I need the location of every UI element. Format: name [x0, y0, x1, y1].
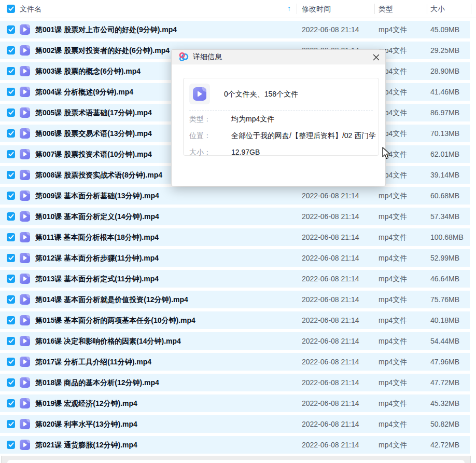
file-row[interactable]: 第019课 宏观经济(12分钟).mp4 2022-06-08 21:14 mp…	[0, 394, 470, 412]
file-size: 57.34MB	[430, 208, 459, 225]
file-name[interactable]: 第018课 商品的基本分析(12分钟).mp4	[35, 374, 159, 391]
file-name[interactable]: 第019课 宏观经济(12分钟).mp4	[35, 394, 137, 412]
row-checkbox[interactable]	[7, 25, 15, 34]
file-row[interactable]: 第001课 股票对上市公司的好处(9分钟).mp4 2022-06-08 21:…	[0, 21, 470, 38]
file-name[interactable]: 第011课 基本面分析根本(18分钟).mp4	[35, 228, 159, 246]
file-row[interactable]: 第018课 商品的基本分析(12分钟).mp4 2022-06-08 21:14…	[0, 374, 470, 391]
file-name[interactable]: 第013课 基本面分析定式(11分钟).mp4	[35, 270, 159, 288]
row-checkbox[interactable]	[7, 67, 15, 75]
file-row[interactable]: 第010课 基本面分析定义(14分钟).mp4 2022-06-08 21:14…	[0, 208, 470, 225]
column-divider	[297, 4, 297, 14]
check-icon	[8, 255, 14, 261]
file-name[interactable]: 第007课 股票投资术语(10分钟).mp4	[35, 145, 152, 163]
row-checkbox[interactable]	[7, 192, 15, 200]
file-row[interactable]: 第020课 利率水平(13分钟).mp4 2022-06-08 21:14 mp…	[0, 415, 470, 433]
file-size: 29.25MB	[430, 42, 459, 59]
row-checkbox[interactable]	[7, 295, 15, 304]
file-name[interactable]: 第015课 基本面分析的两项基本任务(10分钟).mp4	[35, 311, 195, 329]
row-checkbox[interactable]	[7, 212, 15, 221]
file-name[interactable]: 第021课 通货膨胀(12分钟).mp4	[35, 436, 137, 454]
column-header-size[interactable]: 大小	[430, 0, 445, 18]
dialog-header[interactable]: 详细信息	[172, 50, 385, 64]
video-file-icon	[20, 24, 30, 35]
row-checkbox[interactable]	[7, 254, 15, 262]
file-name[interactable]: 第004课 分析概述(9分钟).mp4	[35, 83, 133, 101]
file-size: 45.32MB	[430, 394, 459, 412]
file-type: mp4文件	[379, 374, 407, 391]
file-row[interactable]: 第015课 基本面分析的两项基本任务(10分钟).mp4 2022-06-08 …	[0, 311, 470, 329]
sort-ascending-icon[interactable]: ↑	[287, 0, 291, 18]
row-checkbox[interactable]	[7, 108, 15, 117]
file-name[interactable]: 第017课 分析工具介绍(11分钟).mp4	[35, 353, 151, 371]
row-checkbox[interactable]	[7, 233, 15, 241]
file-row[interactable]: 第009课 基本面分析基础(13分钟).mp4 2022-06-08 21:14…	[0, 187, 470, 205]
file-row[interactable]: 第016课 决定和影响价格的因素(14分钟).mp4 2022-06-08 21…	[0, 332, 470, 350]
close-button[interactable]	[370, 51, 382, 63]
row-checkbox[interactable]	[7, 129, 15, 138]
file-row[interactable]: 第021课 通货膨胀(12分钟).mp4 2022-06-08 21:14 mp…	[0, 436, 470, 454]
file-size: 75.76MB	[430, 291, 459, 308]
check-icon	[8, 69, 14, 74]
folded-corner	[26, 274, 30, 277]
row-checkbox[interactable]	[7, 337, 15, 345]
close-icon	[373, 54, 380, 61]
file-name[interactable]: 第014课 基本面分析就是价值投资(12分钟).mp4	[35, 291, 188, 308]
row-checkbox[interactable]	[7, 88, 15, 96]
video-file-icon	[20, 274, 30, 284]
row-checkbox[interactable]	[7, 420, 15, 428]
folded-corner	[26, 294, 30, 298]
file-name[interactable]: 第001课 股票对上市公司的好处(9分钟).mp4	[35, 21, 177, 38]
play-icon	[23, 255, 27, 261]
select-all-checkbox[interactable]	[7, 5, 15, 13]
file-type: mp4文件	[379, 415, 407, 433]
field-label: 类型：	[189, 114, 211, 124]
file-row[interactable]: 第014课 基本面分析就是价值投资(12分钟).mp4 2022-06-08 2…	[0, 291, 470, 308]
file-name[interactable]: 第006课 股票交易术语(13分钟).mp4	[35, 125, 152, 142]
play-icon	[23, 401, 27, 406]
file-size: 62.01MB	[430, 145, 459, 163]
details-dialog: 详细信息 0个文件夹、158个文件 类型： 均为mp4文	[171, 49, 386, 186]
folded-corner	[26, 419, 30, 423]
video-file-icon	[20, 87, 30, 97]
file-name[interactable]: 第012课 基本面分析步骤(11分钟).mp4	[35, 249, 159, 267]
video-file-icon	[20, 128, 30, 139]
play-icon	[23, 421, 27, 427]
play-icon	[198, 91, 202, 97]
file-size: 45.09MB	[430, 21, 459, 38]
file-name[interactable]: 第002课 股票对投资者的好处(6分钟).mp4	[35, 42, 170, 59]
file-name[interactable]: 第020课 利率水平(13分钟).mp4	[35, 415, 137, 433]
file-row[interactable]: 第013课 基本面分析定式(11分钟).mp4 2022-06-08 21:14…	[0, 270, 470, 288]
file-row[interactable]: 第017课 分析工具介绍(11分钟).mp4 2022-06-08 21:14 …	[0, 353, 470, 371]
folded-corner	[26, 66, 30, 70]
row-checkbox[interactable]	[7, 46, 15, 55]
file-name[interactable]: 第010课 基本面分析定义(14分钟).mp4	[35, 208, 159, 225]
row-checkbox[interactable]	[7, 275, 15, 283]
file-row[interactable]: 第011课 基本面分析根本(18分钟).mp4 2022-06-08 21:14…	[0, 228, 470, 246]
file-name[interactable]: 第008课 股票投资实战术语(8分钟).mp4	[35, 166, 162, 184]
video-file-icon	[20, 66, 30, 76]
row-checkbox[interactable]	[7, 378, 15, 387]
row-checkbox[interactable]	[7, 316, 15, 324]
play-icon	[23, 110, 27, 115]
play-icon	[23, 152, 27, 157]
file-row[interactable]: 第012课 基本面分析步骤(11分钟).mp4 2022-06-08 21:14…	[0, 249, 470, 267]
video-file-icon	[20, 336, 30, 346]
row-checkbox[interactable]	[7, 399, 15, 407]
row-checkbox[interactable]	[7, 441, 15, 449]
column-header-filename[interactable]: 文件名	[20, 0, 41, 18]
column-header-modified[interactable]: 修改时间	[302, 0, 331, 18]
file-name[interactable]: 第016课 决定和影响价格的因素(14分钟).mp4	[35, 332, 181, 350]
selection-summary: 0个文件夹、158个文件	[224, 84, 298, 104]
column-header-type[interactable]: 类型	[379, 0, 393, 18]
play-icon	[23, 338, 27, 344]
field-value: 均为mp4文件	[231, 114, 274, 124]
file-size: 41.46MB	[430, 83, 459, 101]
row-checkbox[interactable]	[7, 358, 15, 366]
file-modified-time: 2022-06-08 21:14	[302, 187, 359, 205]
file-name[interactable]: 第009课 基本面分析基础(13分钟).mp4	[35, 187, 159, 205]
file-modified-time: 2022-06-08 21:14	[302, 353, 359, 371]
file-name[interactable]: 第005课 股票术语基础(17分钟).mp4	[35, 104, 152, 121]
file-name[interactable]: 第003课 股票的概念(6分钟).mp4	[35, 62, 141, 80]
row-checkbox[interactable]	[7, 171, 15, 179]
row-checkbox[interactable]	[7, 150, 15, 158]
